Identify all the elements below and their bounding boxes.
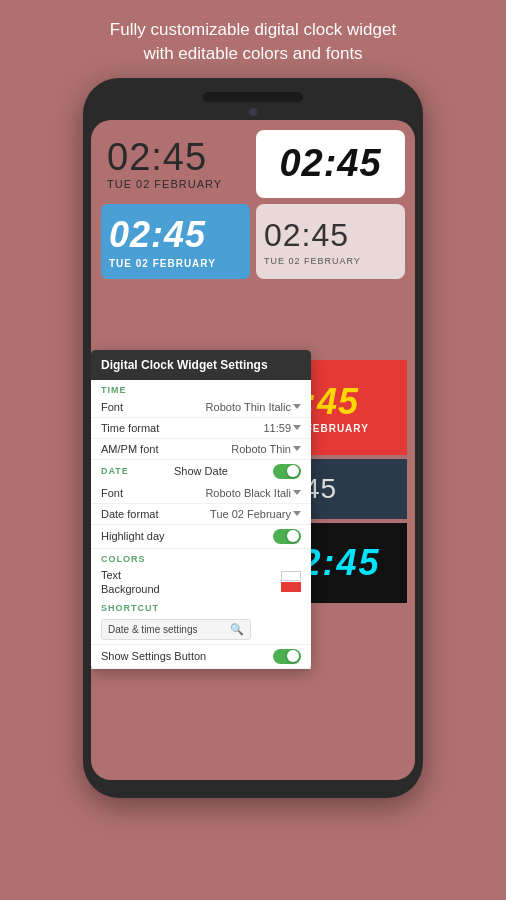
show-settings-row[interactable]: Show Settings Button: [91, 645, 311, 669]
date-font-row[interactable]: Font Roboto Black Itali: [91, 483, 311, 504]
background-color-swatch[interactable]: [281, 582, 301, 592]
font-value: Roboto Thin Italic: [206, 401, 301, 413]
widgets-area: 02:45 TUE 02 FEBRUARY 02:45 02:45 TUE 02…: [91, 120, 415, 301]
date-font-value-text: Roboto Black Itali: [205, 487, 291, 499]
time-format-value-text: 11:59: [263, 422, 291, 434]
date-font-value: Roboto Black Itali: [205, 487, 301, 499]
widget3-time: 02:45: [109, 214, 206, 256]
text-color-row[interactable]: Text Background: [91, 566, 311, 598]
tagline-line1: Fully customizable digital clock widget: [110, 20, 396, 39]
date-font-dropdown-arrow[interactable]: [293, 490, 301, 495]
clock-widget-white: 02:45: [256, 130, 405, 198]
show-settings-toggle[interactable]: [273, 649, 301, 664]
font-value-text: Roboto Thin Italic: [206, 401, 291, 413]
clock-widget-pink: 02:45 TUE 02 FEBRUARY: [256, 204, 405, 279]
widget4-time: 02:45: [264, 217, 349, 254]
date-format-row[interactable]: Date format Tue 02 February: [91, 504, 311, 525]
search-icon: 🔍: [230, 623, 244, 636]
show-settings-label: Show Settings Button: [101, 650, 206, 662]
time-format-row[interactable]: Time format 11:59: [91, 418, 311, 439]
date-section-row: DATE Show Date: [91, 460, 311, 483]
highlight-day-label: Highlight day: [101, 530, 165, 542]
time-format-value: 11:59: [263, 422, 301, 434]
font-label: Font: [101, 401, 123, 413]
top-tagline: Fully customizable digital clock widget …: [0, 0, 506, 78]
highlight-day-row[interactable]: Highlight day: [91, 525, 311, 549]
settings-panel: Digital Clock Widget Settings TIME Font …: [91, 350, 311, 669]
ampm-font-row[interactable]: AM/PM font Roboto Thin: [91, 439, 311, 460]
background-color-label: Background: [101, 583, 160, 595]
widget1-time: 02:45: [107, 138, 207, 176]
phone-camera: [249, 108, 257, 116]
color-swatches: [281, 571, 301, 592]
show-date-toggle[interactable]: [273, 464, 301, 479]
date-format-value-text: Tue 02 February: [210, 508, 291, 520]
widget1-date: TUE 02 FEBRUARY: [107, 178, 222, 190]
ampm-dropdown-arrow[interactable]: [293, 446, 301, 451]
ampm-font-label: AM/PM font: [101, 443, 158, 455]
highlight-day-toggle[interactable]: [273, 529, 301, 544]
date-section-header: DATE: [101, 466, 129, 476]
shortcut-input-box[interactable]: Date & time settings 🔍: [101, 619, 251, 640]
date-format-value: Tue 02 February: [210, 508, 301, 520]
time-format-label: Time format: [101, 422, 159, 434]
tagline-line2: with editable colors and fonts: [143, 44, 362, 63]
time-section-header: TIME: [91, 380, 311, 397]
ampm-font-value: Roboto Thin: [231, 443, 301, 455]
phone-screen: 02:45 TUE 02 FEBRUARY 02:45 02:45 TUE 02…: [91, 120, 415, 780]
phone-notch: [203, 92, 303, 102]
show-date-label: Show Date: [174, 465, 228, 477]
font-dropdown-arrow[interactable]: [293, 404, 301, 409]
date-font-label: Font: [101, 487, 123, 499]
shortcut-section-header: SHORTCUT: [91, 598, 311, 615]
widget4-date: TUE 02 FEBRUARY: [264, 256, 361, 266]
widget2-time: 02:45: [279, 142, 381, 185]
shortcut-input-value: Date & time settings: [108, 624, 226, 635]
text-color-swatch[interactable]: [281, 571, 301, 581]
font-row[interactable]: Font Roboto Thin Italic: [91, 397, 311, 418]
date-format-label: Date format: [101, 508, 158, 520]
widget3-date: TUE 02 FEBRUARY: [109, 258, 216, 269]
text-color-label: Text: [101, 569, 160, 581]
settings-title: Digital Clock Widget Settings: [91, 350, 311, 380]
clock-widget-plain: 02:45 TUE 02 FEBRUARY: [101, 130, 250, 198]
time-format-dropdown-arrow[interactable]: [293, 425, 301, 430]
ampm-font-value-text: Roboto Thin: [231, 443, 291, 455]
clock-widget-blue: 02:45 TUE 02 FEBRUARY: [101, 204, 250, 279]
date-format-dropdown-arrow[interactable]: [293, 511, 301, 516]
shortcut-input-row[interactable]: Date & time settings 🔍: [91, 615, 311, 645]
colors-section-header: COLORS: [91, 549, 311, 566]
phone-frame: 02:45 TUE 02 FEBRUARY 02:45 02:45 TUE 02…: [83, 78, 423, 798]
